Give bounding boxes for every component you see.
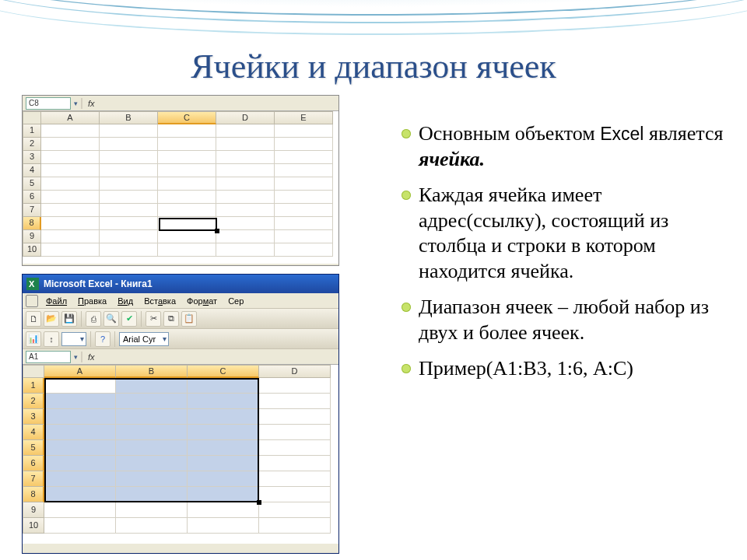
- col-header-C[interactable]: C: [158, 111, 216, 124]
- cell-A7[interactable]: [41, 204, 100, 217]
- cell-C10[interactable]: [158, 243, 216, 257]
- cell-B7[interactable]: [100, 204, 158, 217]
- row-header-7[interactable]: 7: [23, 471, 44, 487]
- row-header-7[interactable]: 7: [23, 204, 41, 217]
- sort-icon[interactable]: ↕: [44, 331, 59, 347]
- print-icon[interactable]: ⎙: [86, 311, 101, 327]
- cell-B10[interactable]: [116, 518, 188, 534]
- cell-A9[interactable]: [41, 230, 100, 243]
- cell-D4[interactable]: [216, 164, 275, 177]
- name-box[interactable]: C8: [26, 97, 71, 110]
- cell-D7[interactable]: [216, 204, 275, 217]
- row-header-9[interactable]: 9: [23, 230, 41, 243]
- cell-B2[interactable]: [100, 138, 158, 151]
- cell-A9[interactable]: [44, 502, 116, 518]
- fill-handle-icon[interactable]: [257, 500, 261, 505]
- menu-file[interactable]: Файл: [41, 296, 72, 306]
- col-header-C[interactable]: C: [188, 365, 259, 378]
- fx-icon[interactable]: fx: [86, 352, 97, 362]
- cell-A4[interactable]: [41, 164, 100, 177]
- cell-D6[interactable]: [216, 191, 275, 204]
- cell-E3[interactable]: [275, 151, 333, 164]
- cell-E7[interactable]: [275, 204, 333, 217]
- cell-C5[interactable]: [158, 177, 216, 191]
- row-header-3[interactable]: 3: [23, 409, 44, 425]
- zoom-combo[interactable]: [61, 332, 86, 346]
- cell-A6[interactable]: [41, 191, 100, 204]
- cell-E2[interactable]: [275, 138, 333, 151]
- row-header-6[interactable]: 6: [23, 456, 44, 471]
- cut-icon[interactable]: ✂: [146, 311, 161, 327]
- cell-D3[interactable]: [259, 409, 331, 425]
- cell-A1[interactable]: [41, 124, 100, 138]
- cell-B10[interactable]: [100, 243, 158, 257]
- paste-icon[interactable]: 📋: [181, 311, 197, 327]
- cell-E10[interactable]: [275, 243, 333, 257]
- row-header-2[interactable]: 2: [23, 394, 44, 409]
- menu-insert[interactable]: Вставка: [139, 296, 181, 306]
- menu-format[interactable]: Формат: [182, 296, 222, 306]
- chart-icon[interactable]: 📊: [26, 331, 41, 347]
- row-header-6[interactable]: 6: [23, 191, 41, 204]
- cell-C1[interactable]: [158, 124, 216, 138]
- cell-D7[interactable]: [259, 471, 331, 487]
- cell-D10[interactable]: [259, 518, 331, 534]
- col-header-E[interactable]: E: [275, 111, 333, 124]
- cell-D10[interactable]: [216, 243, 275, 257]
- cell-C6[interactable]: [158, 191, 216, 204]
- cell-A3[interactable]: [41, 151, 100, 164]
- cell-E4[interactable]: [275, 164, 333, 177]
- new-icon[interactable]: 🗋: [26, 311, 41, 327]
- menu-bar[interactable]: Файл Правка Вид Вставка Формат Сер: [23, 293, 338, 309]
- row-header-4[interactable]: 4: [23, 164, 41, 177]
- row-header-5[interactable]: 5: [23, 177, 41, 191]
- cell-B5[interactable]: [100, 177, 158, 191]
- row-header-1[interactable]: 1: [23, 124, 41, 138]
- row-header-10[interactable]: 10: [23, 518, 44, 534]
- cell-C4[interactable]: [158, 164, 216, 177]
- cell-B9[interactable]: [116, 502, 188, 518]
- font-combo[interactable]: Arial Cyr: [119, 332, 169, 346]
- preview-icon[interactable]: 🔍: [103, 311, 119, 327]
- cell-A5[interactable]: [41, 177, 100, 191]
- dropdown-icon[interactable]: ▾: [74, 100, 78, 107]
- col-header-A[interactable]: A: [41, 111, 100, 124]
- menu-service[interactable]: Сер: [223, 296, 248, 306]
- cell-B9[interactable]: [100, 230, 158, 243]
- cell-D9[interactable]: [259, 502, 331, 518]
- cell-E6[interactable]: [275, 191, 333, 204]
- cell-C3[interactable]: [158, 151, 216, 164]
- cell-C10[interactable]: [188, 518, 259, 534]
- cell-D1[interactable]: [259, 378, 331, 394]
- cell-B8[interactable]: [100, 217, 158, 230]
- active-cell-C8[interactable]: [159, 218, 217, 231]
- dropdown-icon[interactable]: ▾: [74, 353, 78, 361]
- cell-D4[interactable]: [259, 425, 331, 440]
- menu-view[interactable]: Вид: [113, 296, 138, 306]
- cell-D1[interactable]: [216, 124, 275, 138]
- cell-A2[interactable]: [41, 138, 100, 151]
- cell-B4[interactable]: [100, 164, 158, 177]
- row-header-4[interactable]: 4: [23, 425, 44, 440]
- cell-A10[interactable]: [44, 518, 116, 534]
- save-icon[interactable]: 💾: [61, 311, 77, 327]
- cell-E1[interactable]: [275, 124, 333, 138]
- cell-E5[interactable]: [275, 177, 333, 191]
- select-all-corner[interactable]: [23, 365, 44, 378]
- spellcheck-icon[interactable]: ✔: [121, 311, 137, 327]
- row-header-5[interactable]: 5: [23, 440, 44, 456]
- col-header-B[interactable]: B: [100, 111, 158, 124]
- fx-icon[interactable]: fx: [86, 99, 97, 108]
- row-header-8[interactable]: 8: [23, 487, 44, 502]
- formatting-toolbar[interactable]: 📊 ↕ ? Arial Cyr: [23, 329, 338, 349]
- cell-B1[interactable]: [100, 124, 158, 138]
- help-icon[interactable]: ?: [95, 331, 110, 347]
- cell-D8[interactable]: [259, 487, 331, 502]
- cell-B6[interactable]: [100, 191, 158, 204]
- row-header-1[interactable]: 1: [23, 378, 44, 394]
- cell-D8[interactable]: [216, 217, 275, 230]
- select-all-corner[interactable]: [23, 111, 41, 124]
- cell-D9[interactable]: [216, 230, 275, 243]
- standard-toolbar[interactable]: 🗋 📂 💾 ⎙ 🔍 ✔ ✂ ⧉ 📋: [23, 309, 338, 329]
- cell-C7[interactable]: [158, 204, 216, 217]
